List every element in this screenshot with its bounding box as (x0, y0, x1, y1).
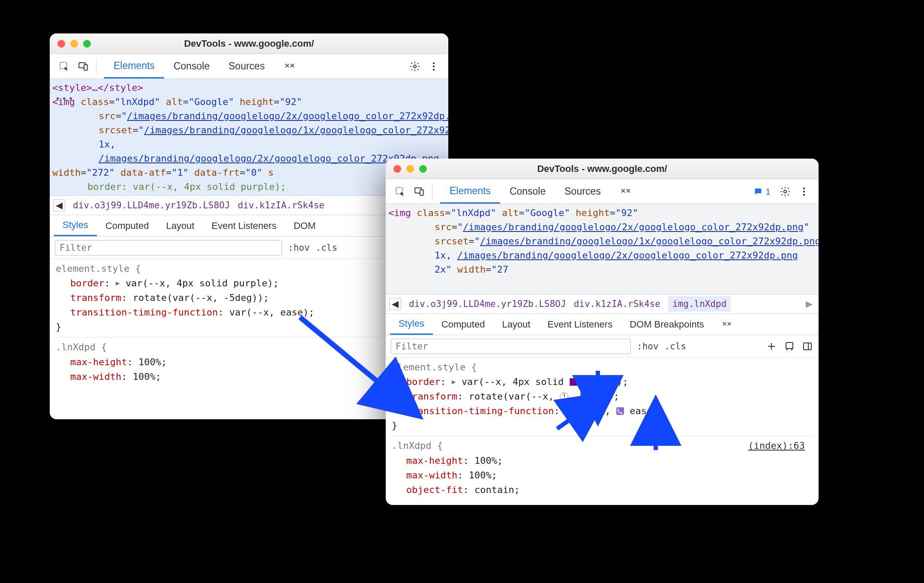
window-close-button[interactable] (57, 40, 65, 48)
window-zoom-button[interactable] (419, 165, 427, 173)
expand-triangle-icon[interactable]: ▶ (452, 377, 456, 388)
crumb-2[interactable]: div.k1zIA.rSk4se (238, 200, 324, 210)
selector-element-style: element.style { (392, 362, 477, 373)
styles-filter-bar: :hov .cls (386, 335, 819, 358)
tab-sources[interactable]: Sources (219, 54, 274, 78)
svg-point-3 (414, 65, 417, 68)
window-titlebar[interactable]: DevTools - www.google.com/ (50, 33, 448, 54)
window-title: DevTools - www.google.com/ (50, 38, 448, 49)
tab-more-icon[interactable] (274, 54, 305, 78)
dom-srcset1-link[interactable]: /images/branding/googlelogo/1x/googlelog… (144, 125, 448, 135)
settings-gear-icon[interactable] (777, 183, 794, 200)
svg-point-4 (433, 62, 435, 64)
dom-srcset2-link[interactable]: /images/branding/googlelogo/2x/googlelog… (457, 250, 798, 261)
ellipsis-icon[interactable]: ••• (55, 92, 75, 106)
kebab-menu-icon[interactable] (425, 58, 442, 75)
styles-filter-input[interactable] (391, 339, 631, 354)
window-close-button[interactable] (393, 165, 401, 173)
svg-point-12 (803, 190, 805, 192)
dom-tree[interactable]: <img class="lnXdpd" alt="Google" height=… (386, 204, 819, 294)
tab-more-icon[interactable] (610, 179, 641, 204)
svg-point-6 (433, 69, 435, 70)
subtab-layout[interactable]: Layout (493, 314, 539, 335)
svg-rect-9 (420, 189, 423, 195)
svg-rect-14 (786, 343, 793, 349)
devtools-window-after: DevTools - www.google.com/ Elements Cons… (386, 159, 819, 505)
tab-elements[interactable]: Elements (104, 54, 164, 78)
styles-subtabs: Styles Computed Layout Event Listeners D… (386, 314, 819, 335)
breadcrumb: ◀ div.o3j99.LLD4me.yr19Zb.LS8OJ div.k1zI… (386, 294, 819, 314)
subtab-styles[interactable]: Styles (390, 314, 433, 335)
issues-count[interactable]: 1 (753, 186, 771, 197)
inspect-element-icon[interactable] (56, 58, 73, 75)
subtab-computed[interactable]: Computed (433, 314, 494, 335)
dom-srcset1-link[interactable]: /images/branding/googlelogo/1x/googlelog… (480, 236, 819, 246)
hov-toggle[interactable]: :hov (637, 341, 659, 352)
cls-toggle[interactable]: .cls (316, 243, 338, 253)
window-minimize-button[interactable] (70, 40, 78, 48)
svg-point-10 (784, 190, 787, 193)
breadcrumb-next-icon[interactable]: ▶ (803, 298, 815, 310)
device-toolbar-icon[interactable] (411, 183, 428, 200)
angle-clock-icon[interactable] (560, 392, 568, 401)
toolbar-divider (432, 184, 432, 199)
dom-src-link[interactable]: /images/branding/googlelogo/2x/googlelog… (127, 111, 448, 121)
crumb-2[interactable]: div.k1zIA.rSk4se (574, 299, 660, 309)
window-titlebar[interactable]: DevTools - www.google.com/ (386, 159, 819, 179)
tab-console[interactable]: Console (164, 54, 219, 78)
new-style-rule-icon[interactable] (765, 340, 777, 352)
styles-filter-input[interactable] (55, 240, 282, 255)
toolbar-divider (96, 59, 96, 74)
hov-toggle[interactable]: :hov (288, 243, 310, 253)
tab-sources[interactable]: Sources (555, 179, 610, 204)
crumb-1[interactable]: div.o3j99.LLD4me.yr19Zb.LS8OJ (409, 299, 566, 309)
svg-point-13 (803, 194, 805, 195)
kebab-menu-icon[interactable] (795, 183, 813, 200)
tab-elements[interactable]: Elements (440, 179, 500, 204)
subtab-event-listeners[interactable]: Event Listeners (539, 314, 621, 335)
breadcrumb-prev-icon[interactable]: ◀ (53, 199, 65, 211)
selector-element-style: element.style { (56, 263, 141, 274)
expand-triangle-icon[interactable]: ▶ (116, 278, 120, 289)
crumb-3[interactable]: img.lnXdpd (668, 296, 731, 312)
bezier-curve-icon[interactable] (616, 407, 624, 415)
dom-inline-style: border: var(--x, 4px solid purple); (87, 181, 286, 192)
window-minimize-button[interactable] (406, 165, 414, 173)
devtools-toolbar: Elements Console Sources (50, 54, 448, 79)
subtab-more-icon[interactable] (713, 314, 741, 335)
color-swatch-icon[interactable] (570, 378, 577, 386)
device-css-icon[interactable] (783, 340, 795, 352)
svg-rect-2 (84, 64, 87, 70)
subtab-computed[interactable]: Computed (97, 215, 158, 236)
window-traffic-lights (57, 40, 91, 48)
subtab-layout[interactable]: Layout (157, 215, 203, 236)
svg-point-5 (433, 65, 435, 67)
subtab-dom-breakpoints[interactable]: DOM Breakpoints (621, 314, 713, 335)
subtab-styles[interactable]: Styles (54, 215, 97, 236)
svg-rect-15 (804, 343, 811, 350)
source-link[interactable]: (index):63 (748, 439, 805, 453)
devtools-toolbar: Elements Console Sources 1 (386, 179, 819, 204)
main-tabs: Elements Console Sources (440, 179, 641, 204)
device-toolbar-icon[interactable] (75, 58, 92, 75)
breadcrumb-prev-icon[interactable]: ◀ (389, 298, 401, 310)
styles-panel[interactable]: element.style { border: ▶ var(--x, 4px s… (386, 358, 819, 505)
dom-src-link[interactable]: /images/branding/googlelogo/2x/googlelog… (463, 222, 804, 232)
main-tabs: Elements Console Sources (104, 54, 305, 78)
window-traffic-lights (393, 165, 427, 173)
inspect-element-icon[interactable] (392, 183, 409, 200)
window-title: DevTools - www.google.com/ (386, 163, 819, 174)
selector-lnxdpd: .lnXdpd { (392, 440, 443, 451)
toggle-sidebar-icon[interactable] (801, 340, 813, 352)
subtab-dom-breakpoints[interactable]: DOM (285, 215, 324, 236)
issues-count-number: 1 (765, 186, 771, 197)
window-zoom-button[interactable] (83, 40, 91, 48)
crumb-1[interactable]: div.o3j99.LLD4me.yr19Zb.LS8OJ (73, 200, 230, 210)
settings-gear-icon[interactable] (406, 58, 423, 75)
tab-console[interactable]: Console (500, 179, 555, 204)
selector-lnxdpd: .lnXdpd { (56, 342, 107, 352)
subtab-event-listeners[interactable]: Event Listeners (203, 215, 285, 236)
cls-toggle[interactable]: .cls (665, 341, 687, 352)
svg-point-11 (803, 187, 805, 189)
